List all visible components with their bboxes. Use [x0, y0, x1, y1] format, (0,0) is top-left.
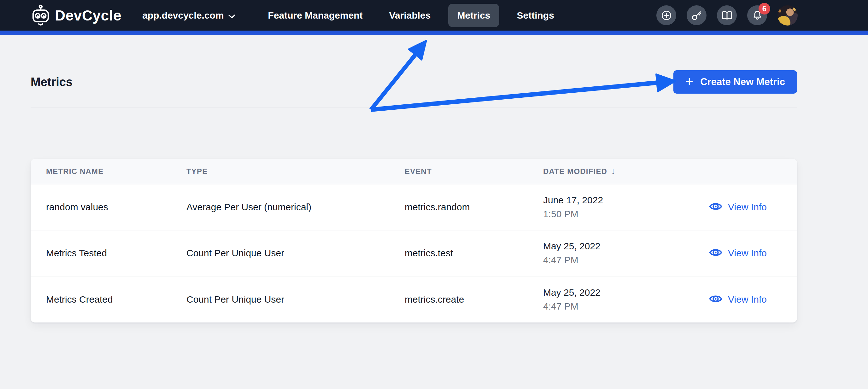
- view-info-link[interactable]: View Info: [679, 292, 797, 307]
- nav-item-feature-management[interactable]: Feature Management: [259, 4, 372, 27]
- notifications-button[interactable]: 6: [747, 5, 767, 25]
- main-content: Metrics + Create New Metric Metric Name …: [0, 70, 868, 323]
- org-selector-dropdown[interactable]: app.devcycle.com: [142, 10, 235, 21]
- nav-item-settings[interactable]: Settings: [508, 4, 563, 27]
- plus-circle-icon: [661, 10, 672, 21]
- nav-actions: 6: [656, 5, 798, 26]
- metric-type-cell: Count Per Unique User: [186, 248, 405, 259]
- metric-name-cell: random values: [46, 202, 186, 213]
- date-modified-cell: May 25, 2022 4:47 PM: [543, 286, 679, 313]
- column-header-date-modified[interactable]: Date Modified ↓: [543, 166, 679, 176]
- metric-event-cell: metrics.random: [405, 202, 543, 213]
- view-info-link[interactable]: View Info: [679, 200, 797, 214]
- org-selector-label: app.devcycle.com: [142, 10, 224, 21]
- column-header-event[interactable]: Event: [405, 167, 543, 176]
- brand-logo[interactable]: DevCycle: [32, 4, 121, 27]
- chevron-down-icon: [228, 10, 235, 21]
- page-header: Metrics + Create New Metric: [31, 70, 797, 94]
- table-row: Metrics Tested Count Per Unique User met…: [31, 230, 797, 277]
- user-avatar[interactable]: [777, 5, 798, 26]
- table-row: random values Average Per User (numerica…: [31, 185, 797, 230]
- notification-badge: 6: [758, 3, 770, 14]
- eye-icon: [709, 246, 722, 260]
- docs-button[interactable]: [717, 5, 737, 25]
- create-new-metric-label: Create New Metric: [700, 76, 785, 88]
- metric-type-cell: Average Per User (numerical): [186, 202, 405, 213]
- table-header-row: Metric Name Type Event Date Modified ↓: [31, 159, 797, 185]
- api-keys-button[interactable]: [687, 5, 707, 25]
- create-new-metric-button[interactable]: + Create New Metric: [673, 70, 797, 94]
- metric-name-cell: Metrics Tested: [46, 248, 186, 259]
- devcycle-robot-icon: [32, 4, 50, 27]
- primary-nav: Feature Management Variables Metrics Set…: [259, 4, 572, 27]
- table-row: Metrics Created Count Per Unique User me…: [31, 277, 797, 323]
- add-button[interactable]: [656, 5, 676, 25]
- nav-item-variables[interactable]: Variables: [380, 4, 440, 27]
- plus-icon: +: [685, 74, 693, 88]
- sort-descending-icon: ↓: [611, 166, 615, 176]
- page-title: Metrics: [31, 75, 72, 89]
- date-modified-cell: May 25, 2022 4:47 PM: [543, 239, 679, 267]
- eye-icon: [709, 200, 722, 214]
- brand-wordmark: DevCycle: [55, 7, 121, 24]
- open-book-icon: [721, 9, 733, 22]
- metric-event-cell: metrics.create: [405, 294, 543, 305]
- view-info-label: View Info: [728, 294, 767, 305]
- column-header-metric-name[interactable]: Metric Name: [46, 167, 186, 176]
- view-info-label: View Info: [728, 248, 767, 259]
- column-header-type[interactable]: Type: [186, 167, 405, 176]
- date-modified-cell: June 17, 2022 1:50 PM: [543, 193, 679, 221]
- eye-icon: [709, 292, 722, 307]
- nav-item-metrics[interactable]: Metrics: [448, 4, 499, 27]
- top-nav: DevCycle app.devcycle.com Feature Manage…: [0, 0, 868, 31]
- metric-type-cell: Count Per Unique User: [186, 294, 405, 305]
- page-header-divider: [31, 107, 797, 107]
- accent-bar: [0, 31, 868, 35]
- view-info-label: View Info: [728, 202, 767, 213]
- view-info-link[interactable]: View Info: [679, 246, 797, 260]
- key-icon: [691, 10, 703, 21]
- metric-name-cell: Metrics Created: [46, 294, 186, 305]
- metrics-table-card: Metric Name Type Event Date Modified ↓ r…: [31, 159, 797, 323]
- metric-event-cell: metrics.test: [405, 248, 543, 259]
